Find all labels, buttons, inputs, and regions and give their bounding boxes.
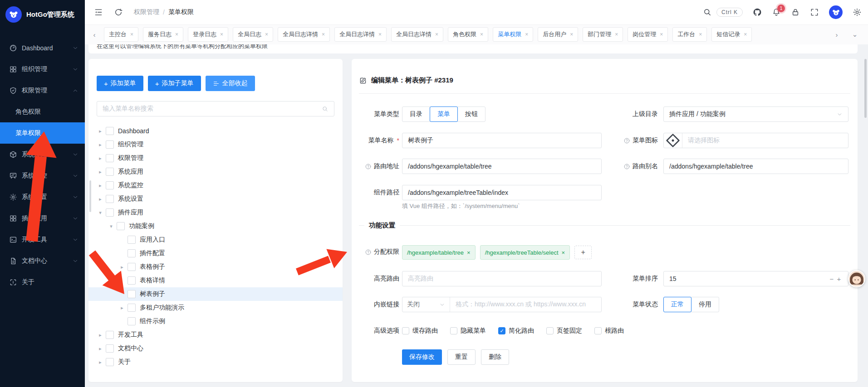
menu-status-option-停用[interactable]: 停用	[691, 297, 719, 312]
highlight-route-input[interactable]: 高亮路由	[402, 271, 602, 286]
tab-全局日志详情[interactable]: 全局日志详情×	[391, 27, 443, 42]
tree-item-应用入口[interactable]: 应用入口	[88, 233, 343, 247]
close-tab-icon[interactable]: ×	[322, 31, 325, 38]
save-button[interactable]: 保存修改	[402, 349, 442, 365]
tree-item-树表例子[interactable]: 树表例子	[88, 287, 343, 301]
remove-tag-icon[interactable]: ×	[467, 249, 471, 256]
close-tab-icon[interactable]: ×	[570, 31, 573, 38]
route-alias-input[interactable]: /addons/hgexample/table/tree	[663, 159, 848, 174]
tree-checkbox[interactable]	[128, 317, 136, 325]
checkbox[interactable]	[402, 327, 409, 334]
tree-checkbox[interactable]	[106, 168, 114, 176]
sidebar-item-菜单权限[interactable]: 菜单权限	[0, 122, 85, 144]
help-icon[interactable]	[623, 163, 630, 170]
search-shortcut[interactable]: Ctrl K	[716, 8, 743, 17]
tree-checkbox[interactable]	[106, 127, 114, 135]
tree-item-表格详情[interactable]: 表格详情	[88, 274, 343, 287]
menu-icon-picker[interactable]: 请选择图标	[663, 133, 848, 148]
tree-checkbox[interactable]	[117, 222, 125, 230]
tree-checkbox[interactable]	[106, 181, 114, 189]
tab-全局日志详情[interactable]: 全局日志详情×	[278, 27, 330, 42]
tab-部门管理[interactable]: 部门管理×	[583, 27, 623, 42]
close-tab-icon[interactable]: ×	[699, 31, 702, 38]
tab-登录日志[interactable]: 登录日志×	[188, 27, 228, 42]
close-tab-icon[interactable]: ×	[220, 31, 223, 38]
tree-checkbox[interactable]	[106, 331, 114, 339]
page-scrollbar[interactable]	[864, 59, 867, 118]
plus-icon[interactable]: +	[835, 275, 843, 283]
add-menu-button[interactable]: + 添加菜单	[97, 76, 143, 91]
help-icon[interactable]	[365, 163, 372, 170]
app-logo[interactable]: HotGo管理系统	[0, 0, 85, 29]
advanced-option-根路由[interactable]: 根路由	[594, 327, 624, 335]
github-icon[interactable]	[753, 8, 762, 17]
tab-岗位管理[interactable]: 岗位管理×	[628, 27, 668, 42]
remove-tag-icon[interactable]: ×	[562, 249, 565, 256]
tree-item-插件配置[interactable]: 插件配置	[88, 247, 343, 260]
help-icon[interactable]	[365, 249, 372, 256]
sidebar-item-系统应用[interactable]: 系统应用	[0, 144, 85, 165]
tree-item-表格例子[interactable]: ▸表格例子	[88, 260, 343, 274]
sidebar-item-系统监控[interactable]: 系统监控	[0, 165, 85, 186]
tree-scrollbar[interactable]	[89, 180, 91, 212]
tree-item-多租户功能演示[interactable]: ▸多租户功能演示	[88, 301, 343, 314]
tab-全局日志详情[interactable]: 全局日志详情×	[334, 27, 387, 42]
advanced-option-缓存路由[interactable]: 缓存路由	[402, 327, 438, 335]
minus-icon[interactable]: −	[828, 275, 835, 283]
tree-toggle-icon[interactable]: ▸	[97, 332, 104, 338]
tree-toggle-icon[interactable]: ▸	[118, 305, 126, 311]
tree-checkbox[interactable]	[128, 236, 136, 244]
tree-checkbox[interactable]	[128, 249, 136, 257]
tree-item-文档中心[interactable]: ▸文档中心	[88, 342, 343, 355]
tree-toggle-icon[interactable]: ▸	[97, 196, 104, 202]
tree-checkbox[interactable]	[106, 344, 114, 353]
tab-主控台[interactable]: 主控台×	[104, 27, 138, 42]
close-tab-icon[interactable]: ×	[525, 31, 528, 38]
diamond-icon[interactable]	[664, 133, 682, 148]
sidebar-item-角色权限[interactable]: 角色权限	[0, 101, 85, 122]
tab-短信记录[interactable]: 短信记录×	[711, 27, 752, 42]
sidebar-item-Dashboard[interactable]: Dashboard	[0, 37, 85, 58]
user-avatar[interactable]	[829, 5, 843, 19]
checkbox[interactable]	[546, 327, 554, 334]
tree-checkbox[interactable]	[106, 154, 114, 162]
reset-button[interactable]: 重置	[447, 349, 476, 365]
parent-dir-select[interactable]: 插件应用 / 功能案例	[663, 106, 848, 122]
tree-toggle-icon[interactable]: ▸	[97, 128, 104, 134]
tree-item-权限管理[interactable]: ▸权限管理	[88, 151, 343, 165]
advanced-option-简化路由[interactable]: ✓简化路由	[498, 327, 534, 335]
tree-toggle-icon[interactable]: ▸	[97, 169, 104, 175]
close-tab-icon[interactable]: ×	[130, 31, 133, 38]
menu-sort-input[interactable]: 15 − +	[663, 271, 848, 286]
close-tab-icon[interactable]: ×	[435, 31, 438, 38]
tree-item-系统设置[interactable]: ▸系统设置	[88, 192, 343, 206]
tree-checkbox[interactable]	[128, 276, 136, 285]
tree-toggle-icon[interactable]: ▸	[97, 142, 104, 148]
tree-item-组织管理[interactable]: ▸组织管理	[88, 138, 343, 151]
add-permission-button[interactable]: +	[574, 246, 592, 259]
tree-item-功能案例[interactable]: ▾功能案例	[88, 219, 343, 233]
tabs-scroll-right-icon[interactable]: ›	[831, 28, 843, 41]
sidebar-item-组织管理[interactable]: 组织管理	[0, 58, 85, 80]
checkbox[interactable]	[594, 327, 602, 334]
add-child-menu-button[interactable]: + 添加子菜单	[148, 76, 201, 91]
tree-checkbox[interactable]	[128, 304, 136, 312]
settings-gear-icon[interactable]	[853, 8, 862, 17]
menu-type-option-目录[interactable]: 目录	[402, 106, 430, 122]
tree-item-系统应用[interactable]: ▸系统应用	[88, 165, 343, 179]
tab-菜单权限[interactable]: 菜单权限×	[493, 27, 533, 42]
tree-item-开发工具[interactable]: ▸开发工具	[88, 328, 343, 342]
close-tab-icon[interactable]: ×	[378, 31, 382, 38]
search-icon[interactable]	[703, 8, 712, 17]
checkbox[interactable]	[450, 327, 457, 334]
sidebar-item-关于[interactable]: 关于	[0, 271, 85, 293]
close-tab-icon[interactable]: ×	[660, 31, 663, 38]
tree-item-Dashboard[interactable]: ▸Dashboard	[88, 124, 343, 138]
embed-link-select[interactable]: 关闭	[402, 297, 450, 312]
tree-toggle-icon[interactable]: ▸	[97, 183, 104, 189]
menu-type-option-菜单[interactable]: 菜单	[430, 106, 458, 122]
tree-checkbox[interactable]	[106, 208, 114, 217]
tab-角色权限[interactable]: 角色权限×	[448, 27, 488, 42]
search-icon[interactable]	[322, 106, 329, 112]
tab-全局日志[interactable]: 全局日志×	[233, 27, 273, 42]
